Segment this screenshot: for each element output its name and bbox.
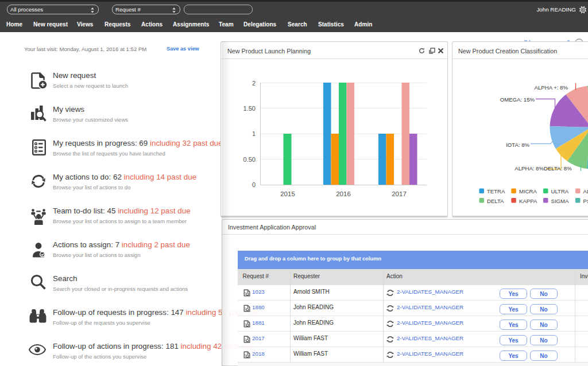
svg-text:KAPPA: KAPPA xyxy=(519,198,537,204)
svg-text:0.50: 0.50 xyxy=(243,156,256,163)
svg-text:ALPHA +: 8%: ALPHA +: 8% xyxy=(535,84,568,91)
svg-text:ALPHA: ALPHA xyxy=(583,188,588,194)
svg-text:MICRA: MICRA xyxy=(519,188,537,194)
svg-text:ALPHA: 8%: ALPHA: 8% xyxy=(514,165,544,172)
svg-text:2016: 2016 xyxy=(336,190,351,197)
svg-text:SIGMA: SIGMA xyxy=(551,198,570,204)
svg-text:2017: 2017 xyxy=(392,190,407,197)
svg-text:IOTA: 8%: IOTA: 8% xyxy=(506,142,529,148)
svg-text:TETRA: TETRA xyxy=(487,188,505,194)
svg-text:2015: 2015 xyxy=(280,190,295,197)
svg-text:1: 1 xyxy=(252,130,256,137)
svg-text:DELTA: DELTA xyxy=(487,198,504,204)
svg-text:PSI: PSI xyxy=(583,198,588,204)
svg-text:0: 0 xyxy=(252,181,256,188)
svg-text:2: 2 xyxy=(252,80,256,87)
svg-text:OMEGA: 15%: OMEGA: 15% xyxy=(500,96,535,103)
svg-text:1.50: 1.50 xyxy=(243,105,256,112)
svg-text:DELTA: 8%: DELTA: 8% xyxy=(544,165,572,172)
svg-text:ULTRA: ULTRA xyxy=(551,188,569,194)
